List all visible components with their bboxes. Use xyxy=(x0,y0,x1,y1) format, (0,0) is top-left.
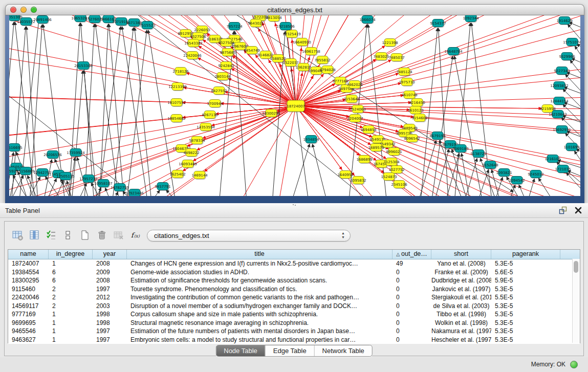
network-node[interactable]: 1094542 xyxy=(509,177,525,185)
cell-out_degree[interactable]: 0 xyxy=(393,310,431,319)
function-builder-icon[interactable]: f(x) xyxy=(128,228,143,242)
network-node[interactable]: 4498222 xyxy=(183,149,199,158)
cell-pagerank[interactable]: 5.3E-5 xyxy=(491,319,560,327)
cell-title[interactable]: Tourette syndrome. Phenomenology and cla… xyxy=(127,285,393,294)
cell-year[interactable]: 2008 xyxy=(93,259,127,268)
network-node[interactable]: 16961758 xyxy=(302,48,320,56)
network-node[interactable]: 9138721 xyxy=(470,150,486,159)
network-node[interactable]: 1914629 xyxy=(556,17,572,26)
network-node[interactable]: 9643021 xyxy=(248,19,264,28)
table-scrollbar-thumb[interactable] xyxy=(574,261,578,273)
table-row[interactable]: 977716911998Corpus callosum shape and si… xyxy=(8,310,580,319)
network-node[interactable]: 1610123 xyxy=(407,106,423,115)
network-node[interactable]: 2516695 xyxy=(9,144,23,152)
network-node[interactable]: 9069183 xyxy=(452,145,468,154)
cell-title[interactable]: Embryonic stem cells: a model to study s… xyxy=(127,336,393,344)
network-node[interactable]: 9875685 xyxy=(220,49,235,57)
network-node[interactable]: 1686899 xyxy=(356,156,372,164)
cell-short[interactable]: de Silva et al. (2003) xyxy=(431,302,491,311)
select-rows-icon[interactable] xyxy=(43,228,59,242)
cell-year[interactable]: 2009 xyxy=(93,268,127,277)
cell-title[interactable]: Estimation of the future numbers of pati… xyxy=(127,327,393,336)
cell-in_degree[interactable]: 2 xyxy=(49,293,93,302)
network-node[interactable]: 2153644 xyxy=(343,95,360,104)
cell-pagerank[interactable]: 5.5E-5 xyxy=(491,293,560,302)
table-scrollbar[interactable] xyxy=(572,259,580,343)
cell-name[interactable]: 22420046 xyxy=(8,293,49,302)
cell-short[interactable]: Hescheler et al. (1997) xyxy=(431,336,491,344)
cell-pagerank[interactable]: 5.3E-5 xyxy=(491,310,560,319)
network-node[interactable]: 12213399 xyxy=(168,83,187,92)
network-window-titlebar[interactable]: citations_edges.txt xyxy=(5,4,584,15)
network-node[interactable]: 20891406 xyxy=(33,16,52,25)
network-node[interactable]: 9227343 xyxy=(554,67,570,76)
network-node[interactable]: 2345106 xyxy=(391,181,407,189)
cell-name[interactable]: 9115460 xyxy=(8,285,49,294)
cell-name[interactable]: 18300295 xyxy=(8,276,49,285)
network-node[interactable]: 2718126 xyxy=(172,68,189,76)
network-node[interactable]: 9154602 xyxy=(411,114,427,123)
cell-pagerank[interactable]: 5.3E-5 xyxy=(491,327,560,336)
cell-year[interactable]: 2003 xyxy=(93,302,127,311)
network-node[interactable]: 2803144 xyxy=(214,73,231,81)
network-node[interactable]: 9457791 xyxy=(155,183,170,191)
new-table-icon[interactable] xyxy=(77,228,93,242)
cell-out_degree[interactable]: 0 xyxy=(393,302,431,311)
column-header-short[interactable]: short xyxy=(431,250,491,259)
network-node[interactable]: 1610748 xyxy=(401,91,417,100)
cell-name[interactable]: 19384554 xyxy=(8,268,49,277)
table-settings-icon[interactable] xyxy=(10,228,25,242)
table-row[interactable]: 1830029562008Estimation of significance … xyxy=(8,276,580,285)
cell-name[interactable]: 9777169 xyxy=(8,310,49,319)
cell-pagerank[interactable]: 5.3E-5 xyxy=(491,302,560,311)
column-header-in_degree[interactable]: in_degree xyxy=(49,250,93,259)
tab-node-table[interactable]: Node Table xyxy=(216,345,266,356)
cell-pagerank[interactable]: 5.3E-5 xyxy=(491,336,560,344)
cell-name[interactable]: 9463627 xyxy=(8,336,49,344)
network-node[interactable]: 8996021 xyxy=(386,148,402,157)
cell-in_degree[interactable]: 1 xyxy=(49,327,93,336)
table-row[interactable]: 911546021997Tourette syndrome. Phenomeno… xyxy=(8,285,580,294)
close-button[interactable] xyxy=(10,7,16,13)
network-node[interactable]: 1524873 xyxy=(381,173,397,182)
cell-short[interactable]: Wolkin et al. (1998) xyxy=(431,319,491,327)
select-columns-icon[interactable] xyxy=(27,228,42,242)
network-node[interactable]: 8813054 xyxy=(266,15,282,22)
network-node[interactable]: 20206576 xyxy=(43,151,62,160)
cell-name[interactable]: 18724007 xyxy=(8,259,49,268)
network-node[interactable]: 18724007 xyxy=(287,100,305,113)
float-window-icon[interactable] xyxy=(558,206,568,215)
cell-year[interactable]: 1997 xyxy=(93,336,127,344)
network-node[interactable]: 15751074 xyxy=(563,38,580,47)
network-node[interactable]: 1975710 xyxy=(399,78,415,87)
column-header-name[interactable]: name xyxy=(8,250,49,259)
cell-in_degree[interactable]: 6 xyxy=(49,268,93,277)
cell-out_degree[interactable]: 0 xyxy=(393,293,431,302)
cell-year[interactable]: 1998 xyxy=(93,319,127,327)
cell-out_degree[interactable]: 0 xyxy=(393,319,431,327)
cell-in_degree[interactable]: 6 xyxy=(49,276,93,285)
table-row[interactable]: 1938455462009Genome-wide association stu… xyxy=(8,268,580,277)
network-canvas[interactable]: 1872400789129542226053932750681863289327… xyxy=(9,15,580,196)
cell-year[interactable]: 1997 xyxy=(93,327,127,336)
column-header-out_degree[interactable]: △out_de… xyxy=(393,250,431,259)
network-node[interactable]: 7524063 xyxy=(350,105,365,114)
network-node[interactable]: 2204007 xyxy=(347,115,363,123)
cell-title[interactable]: Estimation of significance thresholds fo… xyxy=(127,276,393,285)
column-header-title[interactable]: title xyxy=(127,250,393,259)
cell-in_degree[interactable]: 1 xyxy=(49,336,93,344)
network-node[interactable]: 1469144 xyxy=(191,171,208,180)
network-node[interactable]: 7857224 xyxy=(226,23,243,31)
cell-pagerank[interactable]: 5.3E-5 xyxy=(491,259,560,268)
network-node[interactable]: 8427552 xyxy=(211,87,227,96)
cell-in_degree[interactable]: 2 xyxy=(49,285,93,294)
cell-title[interactable]: Investigating the contribution of common… xyxy=(127,293,393,302)
network-node[interactable]: 15692931 xyxy=(553,126,571,135)
network-node[interactable]: 1489579 xyxy=(368,144,384,152)
network-node[interactable]: 1095832 xyxy=(350,177,366,185)
cell-title[interactable]: Genome-wide association studies in ADHD. xyxy=(127,268,393,277)
network-node[interactable]: 1216105 xyxy=(545,155,560,164)
cell-in_degree[interactable]: 1 xyxy=(49,319,93,327)
table-selector-dropdown[interactable]: citations_edges.txt ▲ ▼ xyxy=(147,230,351,242)
cell-out_degree[interactable]: 0 xyxy=(393,276,431,285)
